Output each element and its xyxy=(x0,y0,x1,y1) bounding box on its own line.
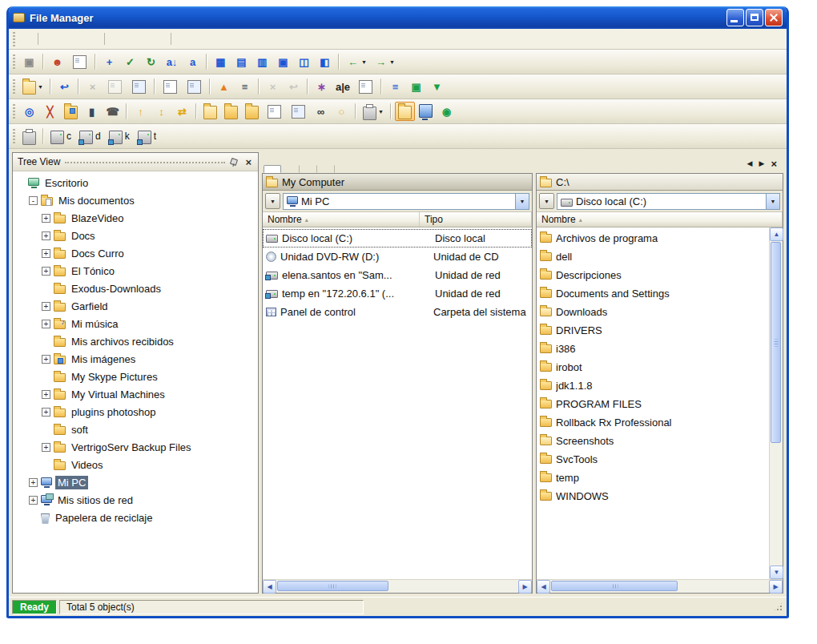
column-tipo[interactable]: Tipo xyxy=(420,212,532,227)
console-button[interactable]: ▮ xyxy=(82,102,102,121)
tools-button[interactable]: ╳ xyxy=(40,102,60,121)
temp en "172.20.6.1" (...[interactable]: temp en "172.20.6.1" (... Unidad de red xyxy=(263,284,532,303)
scroll-down-button[interactable]: ▼ xyxy=(770,566,783,579)
copy-to-button[interactable] xyxy=(159,77,182,96)
tree-toggle[interactable]: + xyxy=(42,267,50,276)
rename-button[interactable]: a|e xyxy=(332,77,353,96)
menu-item[interactable] xyxy=(152,37,167,42)
resize-grip[interactable] xyxy=(773,602,783,612)
scroll-up-button[interactable]: ▲ xyxy=(770,227,783,241)
drive-t-button[interactable]: t xyxy=(135,127,160,146)
menu-separator[interactable] xyxy=(171,33,171,45)
column-nombre[interactable]: Nombre ▴ xyxy=(263,212,420,227)
sort-options-button[interactable]: a xyxy=(183,52,203,71)
toolbar-separator[interactable] xyxy=(390,103,392,119)
filter-button[interactable]: ▼ xyxy=(427,77,447,96)
tree-toggle[interactable] xyxy=(16,179,25,187)
tree-toggle[interactable] xyxy=(42,372,50,381)
tab-scroll-left-button[interactable]: ◀ xyxy=(746,159,755,168)
tab[interactable] xyxy=(316,165,334,173)
image-viewer-button[interactable] xyxy=(61,102,81,121)
document-list-button[interactable] xyxy=(287,102,310,121)
tab[interactable] xyxy=(281,165,299,173)
Panel de control[interactable]: Panel de control Carpeta del sistema xyxy=(263,303,532,321)
horizontal-scrollbar-right[interactable]: ◀ ▶ xyxy=(537,579,783,593)
menu-separator[interactable] xyxy=(104,33,105,45)
tree-toggle[interactable] xyxy=(29,513,38,522)
drive-c-button[interactable]: c xyxy=(47,127,75,146)
tree-item[interactable]: + Docs Curro xyxy=(13,244,258,262)
tab[interactable] xyxy=(334,165,352,173)
toolbar-separator[interactable] xyxy=(338,54,340,70)
drive-k-button[interactable]: k xyxy=(106,127,134,146)
view-thumbnails-button[interactable]: ◫ xyxy=(294,52,314,71)
view-list-button[interactable]: ▥ xyxy=(252,52,272,71)
tree-close-icon[interactable]: × xyxy=(243,157,253,167)
Disco local (C:)[interactable]: Disco local (C:) Disco local xyxy=(263,229,532,248)
monitor-button[interactable] xyxy=(416,102,436,121)
printer-tool-button[interactable] xyxy=(19,127,39,146)
phone-button[interactable]: ☎ xyxy=(103,102,123,121)
tab-scroll-right-button[interactable]: ▶ xyxy=(757,159,766,168)
tree-item[interactable]: Mis archivos recibidos xyxy=(13,332,258,350)
tree-item[interactable]: + Docs xyxy=(13,227,258,244)
forward-button[interactable]: → ▼ xyxy=(371,52,398,71)
scroll-right-button[interactable]: ▶ xyxy=(518,580,532,594)
SvcTools[interactable]: SvcTools xyxy=(537,450,769,469)
combo-dropdown-button[interactable]: ▼ xyxy=(515,194,529,209)
tree-item[interactable]: Exodus-Downloads xyxy=(13,280,258,297)
tree-toggle[interactable] xyxy=(42,461,50,469)
open-folder-button[interactable] xyxy=(200,102,220,121)
toolbar-grip[interactable] xyxy=(13,54,15,69)
add-button[interactable]: + xyxy=(99,52,119,71)
Unidad DVD-RW (D:)[interactable]: Unidad DVD-RW (D:) Unidad de CD xyxy=(263,248,532,266)
find-button[interactable]: ∞ xyxy=(311,102,331,121)
move-to-button[interactable] xyxy=(183,77,206,96)
toolbar-separator[interactable] xyxy=(154,78,155,95)
menu-item[interactable] xyxy=(71,37,86,42)
tab[interactable] xyxy=(264,165,281,173)
view-large-icons-button[interactable]: ▦ xyxy=(211,52,231,71)
i386[interactable]: i386 xyxy=(537,340,769,358)
transfer-button[interactable]: ⇄ xyxy=(172,102,192,121)
tree-toggle[interactable] xyxy=(42,284,50,293)
history-dropdown-button[interactable]: ▼ xyxy=(265,193,280,209)
toolbar-separator[interactable] xyxy=(258,78,260,95)
tree-toggle[interactable]: + xyxy=(42,390,50,399)
globe-button[interactable]: ◉ xyxy=(437,102,457,121)
tree-toggle[interactable]: + xyxy=(42,214,50,223)
tree-toggle[interactable]: + xyxy=(42,408,50,417)
toolbar-separator[interactable] xyxy=(209,78,211,95)
tab-close-button[interactable]: × xyxy=(769,158,779,170)
toolbar-separator[interactable] xyxy=(95,54,96,70)
folder-options-button[interactable] xyxy=(395,102,415,121)
toolbar-grip[interactable] xyxy=(13,79,15,94)
exit-button[interactable]: ▣ xyxy=(19,52,39,71)
sort-ascending-button[interactable]: a↓ xyxy=(162,52,182,71)
scrollbar-thumb[interactable] xyxy=(771,242,781,443)
column-nombre[interactable]: Nombre ▴ xyxy=(537,212,783,227)
tab[interactable] xyxy=(299,165,316,173)
view-details-button[interactable]: ▣ xyxy=(273,52,293,71)
cut-button[interactable]: × xyxy=(83,77,103,96)
toolbar-grip[interactable] xyxy=(13,129,15,143)
WINDOWS[interactable]: WINDOWS xyxy=(537,487,769,505)
toolbar-separator[interactable] xyxy=(355,103,356,119)
view-split-button[interactable]: ◧ xyxy=(315,52,335,71)
tree-toggle[interactable] xyxy=(42,425,50,434)
menu-grip[interactable] xyxy=(13,32,15,46)
elena.santos en "Sam...[interactable]: elena.santos en "Sam... Unidad de red xyxy=(263,266,532,284)
history-dropdown-button[interactable]: ▼ xyxy=(539,193,554,209)
toolbar-grip[interactable] xyxy=(13,104,15,119)
copy-button[interactable] xyxy=(103,77,127,96)
properties-button[interactable] xyxy=(354,77,377,96)
dell[interactable]: dell xyxy=(537,248,769,266)
scrollbar-thumb[interactable] xyxy=(277,581,388,591)
Documents and Settings[interactable]: Documents and Settings xyxy=(537,284,769,303)
print-button[interactable]: ▼ xyxy=(360,102,387,121)
wizard-button[interactable]: ∗ xyxy=(312,77,332,96)
tree-toggle[interactable]: + xyxy=(42,443,50,452)
Downloads[interactable]: Downloads xyxy=(537,303,769,321)
view-small-icons-button[interactable]: ▤ xyxy=(231,52,252,71)
menu-separator[interactable] xyxy=(38,33,38,45)
